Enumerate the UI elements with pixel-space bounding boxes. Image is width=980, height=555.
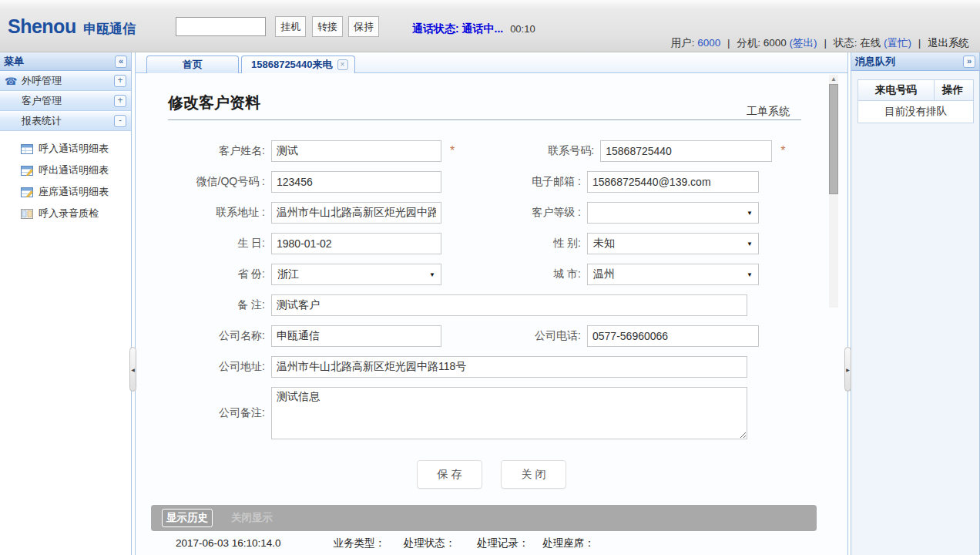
sidebar-group-outbound[interactable]: ☎ 外呼管理 + [0, 71, 131, 91]
chevron-down-icon: ▼ [429, 271, 435, 278]
state-value: 在线 [860, 37, 881, 49]
table-report-icon [21, 144, 33, 154]
sidebar-group-customers[interactable]: 客户管理 + [0, 91, 131, 111]
user-id-link[interactable]: 6000 [697, 37, 720, 49]
call-status-label: 通话状态: [412, 22, 459, 35]
field-label: 联系地址 : [136, 206, 271, 220]
call-timer: 00:10 [510, 23, 535, 35]
company-remark-textarea[interactable]: 测试信息 [271, 387, 747, 439]
process-agent-label: 处理座席： [542, 537, 595, 549]
show-history-button[interactable]: 显示历史 [162, 509, 213, 527]
form-row: 客户姓名: * 联系号码: * [136, 140, 847, 162]
form-row: 省 份: 浙江 ▼ 城 市: 温州 ▼ [136, 264, 847, 285]
close-tab-icon[interactable]: × [337, 59, 348, 70]
left-splitter-handle[interactable]: ◀ [129, 347, 136, 392]
sidebar-group-reports[interactable]: 报表统计 - [0, 111, 131, 131]
customer-name-input[interactable] [271, 140, 441, 162]
history-record: 2017-06-03 16:10:14.0 业务类型： 处理状态： 处理记录： … [176, 536, 595, 550]
collapse-icon[interactable]: - [114, 115, 126, 127]
right-splitter-handle[interactable]: ▶ [844, 347, 851, 392]
sidebar-item-outbound-call-report[interactable]: 呼出通话明细表 [0, 160, 131, 181]
dial-number-input[interactable] [176, 17, 266, 36]
logout-link[interactable]: 退出系统 [928, 37, 969, 49]
history-timestamp: 2017-06-03 16:10:14.0 [176, 537, 281, 549]
chevron-down-icon: ▼ [747, 240, 753, 247]
field-label: 电子邮箱 : [441, 175, 587, 189]
main-scrollbar[interactable]: ▲ [829, 75, 838, 308]
divider: | [727, 37, 730, 49]
save-button[interactable]: 保 存 [417, 460, 482, 489]
sign-out-link[interactable]: (签出) [790, 37, 817, 49]
field-label: 省 份: [136, 267, 271, 281]
company-name-input[interactable] [271, 325, 441, 347]
form-actions: 保 存 关 闭 [136, 460, 847, 489]
province-select[interactable]: 浙江 ▼ [271, 264, 441, 285]
tab-label: 15868725440来电 [251, 58, 333, 72]
expand-queue-icon[interactable]: » [963, 56, 975, 68]
close-button[interactable]: 关 闭 [501, 460, 566, 489]
sidebar-item-inbound-recording-qc[interactable]: 呼入录音质检 [0, 203, 131, 224]
divider: | [918, 37, 921, 49]
menu-title: 菜单 [4, 55, 24, 69]
edit-customer-content: 修改客户资料 工单系统 客户姓名: * 联系号码: * 微信/QQ号码 : 电子… [136, 74, 847, 555]
wechat-qq-input[interactable] [271, 171, 441, 193]
scroll-up-icon[interactable]: ▲ [829, 75, 838, 84]
user-label: 用户: [671, 37, 695, 49]
queue-title: 消息队列 [855, 55, 895, 69]
expand-icon[interactable]: + [114, 95, 126, 107]
chevron-down-icon: ▼ [747, 210, 753, 217]
process-record-label: 处理记录： [477, 537, 529, 549]
queue-empty-row: 目前没有排队 [858, 101, 973, 123]
select-value: 未知 [593, 237, 615, 251]
tab-incoming-call[interactable]: 15868725440来电 × [241, 56, 355, 73]
session-info: 用户: 6000 | 分机: 6000 (签出) | 状态: 在线 (置忙) |… [671, 36, 969, 50]
contact-number-input[interactable] [600, 140, 772, 162]
sidebar-group-label: 外呼管理 [22, 74, 62, 88]
sidebar-item-inbound-call-report[interactable]: 呼入通话明细表 [0, 138, 131, 160]
collapse-sidebar-icon[interactable]: « [115, 56, 127, 68]
field-label: 联系号码: [455, 144, 600, 158]
hide-history-button[interactable]: 关闭显示 [231, 511, 273, 525]
form-row: 微信/QQ号码 : 电子邮箱 : [136, 171, 847, 193]
state-label: 状态: [834, 37, 858, 49]
sidebar-item-label: 呼入通话明细表 [39, 142, 109, 156]
collapse-right-arrow-icon: ▶ [846, 367, 850, 372]
expand-icon[interactable]: + [114, 75, 126, 87]
brand-logo-cn: 申瓯通信 [83, 22, 136, 36]
hangup-button[interactable]: 挂机 [275, 16, 306, 37]
required-mark: * [780, 140, 785, 162]
app-window: Shenou 申瓯通信 挂机 转接 保持 通话状态: 通话中... 00:10 … [0, 0, 980, 555]
city-select[interactable]: 温州 ▼ [587, 264, 759, 285]
customer-level-select[interactable]: ▼ [587, 202, 759, 224]
form-row: 备 注: [136, 294, 847, 316]
scrollbar-thumb[interactable] [829, 84, 838, 194]
company-address-input[interactable] [271, 356, 747, 378]
title-divider [168, 119, 801, 120]
contact-address-input[interactable] [271, 202, 441, 224]
birthday-input[interactable] [271, 233, 441, 254]
hold-button[interactable]: 保持 [348, 16, 379, 37]
menu-panel-header: 菜单 « [0, 52, 131, 71]
work-order-system-link[interactable]: 工单系统 [747, 105, 790, 119]
transfer-button[interactable]: 转接 [312, 16, 343, 37]
email-input[interactable] [587, 171, 759, 193]
gender-select[interactable]: 未知 ▼ [587, 233, 759, 254]
form-row: 公司名称: 公司电话: [136, 325, 847, 347]
field-label: 城 市: [441, 267, 587, 281]
field-label: 公司备注: [136, 406, 271, 420]
remark-input[interactable] [271, 294, 747, 316]
field-label: 性 别: [441, 237, 587, 251]
business-type-label: 业务类型： [333, 537, 385, 549]
field-label: 公司地址: [136, 360, 271, 374]
sidebar-item-label: 呼出通话明细表 [39, 163, 109, 177]
company-phone-input[interactable] [587, 325, 759, 347]
tab-home[interactable]: 首页 [146, 56, 239, 73]
process-status-label: 处理状态： [404, 537, 456, 549]
table-edit-icon [21, 187, 33, 197]
select-value: 温州 [593, 267, 615, 281]
set-busy-link[interactable]: (置忙) [884, 37, 911, 49]
column-operation: 操作 [934, 80, 971, 100]
collapse-left-arrow-icon: ◀ [131, 367, 135, 372]
sidebar-item-agent-call-report[interactable]: 座席通话明细表 [0, 181, 131, 203]
brand-logo-en: Shenou [8, 15, 76, 37]
